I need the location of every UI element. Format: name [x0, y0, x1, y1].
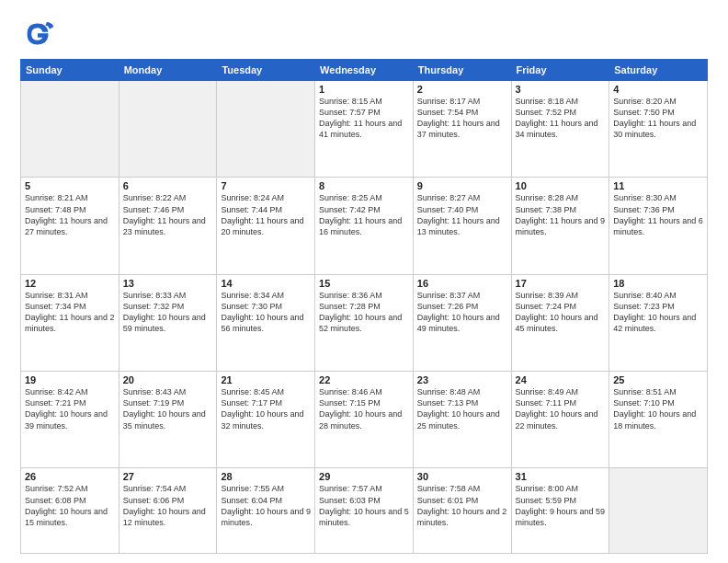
day-info: Sunrise: 7:57 AMSunset: 6:03 PMDaylight:… — [319, 483, 409, 528]
day-info: Sunrise: 8:21 AMSunset: 7:48 PMDaylight:… — [25, 192, 115, 237]
day-header-thursday: Thursday — [413, 60, 511, 81]
day-header-wednesday: Wednesday — [315, 60, 414, 81]
day-info: Sunrise: 8:33 AMSunset: 7:32 PMDaylight:… — [123, 290, 213, 335]
day-number: 31 — [516, 471, 606, 482]
day-info: Sunrise: 8:30 AMSunset: 7:36 PMDaylight:… — [613, 192, 703, 237]
day-number: 10 — [516, 180, 606, 191]
day-info: Sunrise: 7:55 AMSunset: 6:04 PMDaylight:… — [221, 483, 311, 528]
day-header-monday: Monday — [119, 60, 217, 81]
day-info: Sunrise: 8:42 AMSunset: 7:21 PMDaylight:… — [25, 386, 115, 431]
day-info: Sunrise: 8:28 AMSunset: 7:38 PMDaylight:… — [516, 192, 606, 237]
day-info: Sunrise: 8:43 AMSunset: 7:19 PMDaylight:… — [123, 386, 213, 431]
day-header-tuesday: Tuesday — [217, 60, 315, 81]
day-number: 11 — [613, 180, 703, 191]
calendar-cell: 4Sunrise: 8:20 AMSunset: 7:50 PMDaylight… — [609, 81, 708, 178]
calendar-cell: 27Sunrise: 7:54 AMSunset: 6:06 PMDayligh… — [119, 468, 217, 554]
day-number: 12 — [25, 278, 115, 289]
day-number: 24 — [516, 374, 606, 385]
day-info: Sunrise: 8:15 AMSunset: 7:57 PMDaylight:… — [319, 96, 409, 141]
day-info: Sunrise: 8:49 AMSunset: 7:11 PMDaylight:… — [516, 386, 606, 431]
calendar-week-3: 12Sunrise: 8:31 AMSunset: 7:34 PMDayligh… — [21, 274, 708, 371]
day-number: 9 — [417, 180, 507, 191]
calendar-cell: 20Sunrise: 8:43 AMSunset: 7:19 PMDayligh… — [119, 372, 217, 468]
calendar-cell: 30Sunrise: 7:58 AMSunset: 6:01 PMDayligh… — [413, 468, 511, 554]
calendar-cell: 22Sunrise: 8:46 AMSunset: 7:15 PMDayligh… — [315, 372, 414, 468]
day-header-sunday: Sunday — [21, 60, 119, 81]
calendar-table: SundayMondayTuesdayWednesdayThursdayFrid… — [20, 59, 708, 554]
day-info: Sunrise: 8:39 AMSunset: 7:24 PMDaylight:… — [516, 290, 606, 335]
day-number: 6 — [123, 180, 213, 191]
day-header-friday: Friday — [511, 60, 609, 81]
day-number: 27 — [123, 471, 213, 482]
day-info: Sunrise: 8:20 AMSunset: 7:50 PMDaylight:… — [613, 96, 703, 141]
calendar-cell: 7Sunrise: 8:24 AMSunset: 7:44 PMDaylight… — [217, 178, 315, 274]
calendar-cell: 5Sunrise: 8:21 AMSunset: 7:48 PMDaylight… — [21, 178, 119, 274]
day-number: 7 — [221, 180, 311, 191]
calendar-cell: 15Sunrise: 8:36 AMSunset: 7:28 PMDayligh… — [315, 274, 414, 371]
calendar-cell: 6Sunrise: 8:22 AMSunset: 7:46 PMDaylight… — [119, 178, 217, 274]
day-info: Sunrise: 8:45 AMSunset: 7:17 PMDaylight:… — [221, 386, 311, 431]
calendar-cell: 3Sunrise: 8:18 AMSunset: 7:52 PMDaylight… — [511, 81, 609, 178]
calendar-cell: 9Sunrise: 8:27 AMSunset: 7:40 PMDaylight… — [413, 178, 511, 274]
day-info: Sunrise: 8:48 AMSunset: 7:13 PMDaylight:… — [417, 386, 507, 431]
day-info: Sunrise: 8:40 AMSunset: 7:23 PMDaylight:… — [613, 290, 703, 335]
day-number: 8 — [319, 180, 409, 191]
calendar-cell: 2Sunrise: 8:17 AMSunset: 7:54 PMDaylight… — [413, 81, 511, 178]
day-number: 23 — [417, 374, 507, 385]
day-info: Sunrise: 8:34 AMSunset: 7:30 PMDaylight:… — [221, 290, 311, 335]
calendar-cell: 12Sunrise: 8:31 AMSunset: 7:34 PMDayligh… — [21, 274, 119, 371]
day-info: Sunrise: 8:31 AMSunset: 7:34 PMDaylight:… — [25, 290, 115, 335]
day-number: 22 — [319, 374, 409, 385]
calendar-week-5: 26Sunrise: 7:52 AMSunset: 6:08 PMDayligh… — [21, 468, 708, 554]
calendar-cell: 8Sunrise: 8:25 AMSunset: 7:42 PMDaylight… — [315, 178, 414, 274]
day-info: Sunrise: 8:25 AMSunset: 7:42 PMDaylight:… — [319, 192, 409, 237]
calendar-cell: 14Sunrise: 8:34 AMSunset: 7:30 PMDayligh… — [217, 274, 315, 371]
calendar-cell: 26Sunrise: 7:52 AMSunset: 6:08 PMDayligh… — [21, 468, 119, 554]
calendar-cell: 23Sunrise: 8:48 AMSunset: 7:13 PMDayligh… — [413, 372, 511, 468]
calendar-cell: 1Sunrise: 8:15 AMSunset: 7:57 PMDaylight… — [315, 81, 414, 178]
calendar-cell: 11Sunrise: 8:30 AMSunset: 7:36 PMDayligh… — [609, 178, 708, 274]
calendar-cell — [217, 81, 315, 178]
calendar-cell: 19Sunrise: 8:42 AMSunset: 7:21 PMDayligh… — [21, 372, 119, 468]
calendar-cell: 18Sunrise: 8:40 AMSunset: 7:23 PMDayligh… — [609, 274, 708, 371]
day-number: 20 — [123, 374, 213, 385]
calendar-cell — [21, 81, 119, 178]
calendar-cell: 31Sunrise: 8:00 AMSunset: 5:59 PMDayligh… — [511, 468, 609, 554]
day-number: 28 — [221, 471, 311, 482]
calendar-cell: 16Sunrise: 8:37 AMSunset: 7:26 PMDayligh… — [413, 274, 511, 371]
day-number: 5 — [25, 180, 115, 191]
day-number: 13 — [123, 278, 213, 289]
day-info: Sunrise: 8:18 AMSunset: 7:52 PMDaylight:… — [516, 96, 606, 141]
day-header-saturday: Saturday — [609, 60, 708, 81]
calendar-cell: 28Sunrise: 7:55 AMSunset: 6:04 PMDayligh… — [217, 468, 315, 554]
day-number: 19 — [25, 374, 115, 385]
calendar-header-row: SundayMondayTuesdayWednesdayThursdayFrid… — [21, 60, 708, 81]
day-info: Sunrise: 8:37 AMSunset: 7:26 PMDaylight:… — [417, 290, 507, 335]
day-number: 18 — [613, 278, 703, 289]
header — [20, 17, 708, 52]
logo-area — [20, 17, 59, 52]
day-number: 21 — [221, 374, 311, 385]
calendar-page: SundayMondayTuesdayWednesdayThursdayFrid… — [0, 0, 728, 563]
day-info: Sunrise: 8:00 AMSunset: 5:59 PMDaylight:… — [516, 483, 606, 528]
day-info: Sunrise: 8:36 AMSunset: 7:28 PMDaylight:… — [319, 290, 409, 335]
day-number: 2 — [417, 84, 507, 95]
day-info: Sunrise: 8:46 AMSunset: 7:15 PMDaylight:… — [319, 386, 409, 431]
calendar-cell — [609, 468, 708, 554]
day-number: 14 — [221, 278, 311, 289]
calendar-cell: 25Sunrise: 8:51 AMSunset: 7:10 PMDayligh… — [609, 372, 708, 468]
calendar-week-2: 5Sunrise: 8:21 AMSunset: 7:48 PMDaylight… — [21, 178, 708, 274]
day-info: Sunrise: 8:24 AMSunset: 7:44 PMDaylight:… — [221, 192, 311, 237]
day-info: Sunrise: 8:22 AMSunset: 7:46 PMDaylight:… — [123, 192, 213, 237]
day-number: 25 — [613, 374, 703, 385]
day-info: Sunrise: 8:51 AMSunset: 7:10 PMDaylight:… — [613, 386, 703, 431]
calendar-cell: 29Sunrise: 7:57 AMSunset: 6:03 PMDayligh… — [315, 468, 414, 554]
day-number: 15 — [319, 278, 409, 289]
day-info: Sunrise: 7:54 AMSunset: 6:06 PMDaylight:… — [123, 483, 213, 528]
calendar-cell: 13Sunrise: 8:33 AMSunset: 7:32 PMDayligh… — [119, 274, 217, 371]
day-info: Sunrise: 8:27 AMSunset: 7:40 PMDaylight:… — [417, 192, 507, 237]
calendar-week-1: 1Sunrise: 8:15 AMSunset: 7:57 PMDaylight… — [21, 81, 708, 178]
calendar-cell: 10Sunrise: 8:28 AMSunset: 7:38 PMDayligh… — [511, 178, 609, 274]
day-number: 30 — [417, 471, 507, 482]
day-info: Sunrise: 8:17 AMSunset: 7:54 PMDaylight:… — [417, 96, 507, 141]
